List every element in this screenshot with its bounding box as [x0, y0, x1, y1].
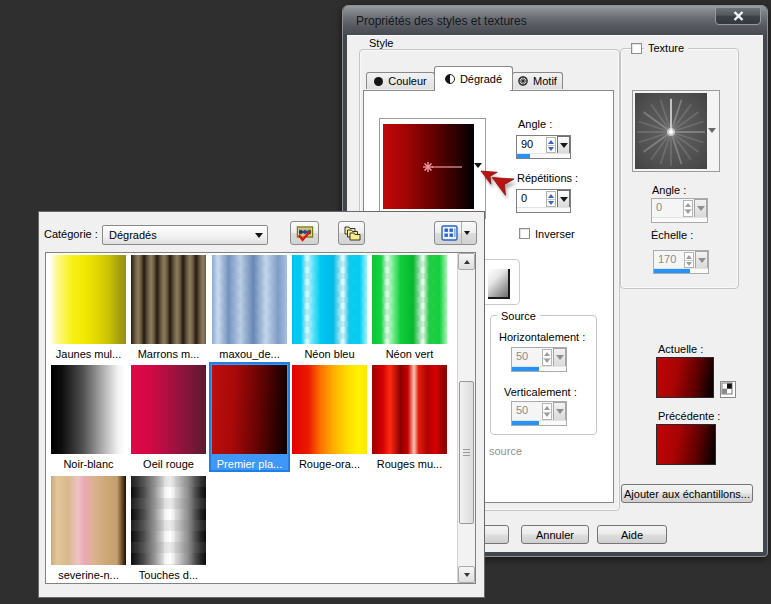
angle-slider-dropdown[interactable]	[557, 136, 570, 154]
gradient-swatch[interactable]	[212, 255, 287, 344]
texture-dropdown-arrow[interactable]	[708, 128, 716, 133]
gradient-swatch[interactable]	[131, 255, 206, 344]
gradient-swatch-label[interactable]: Rouge-ora...	[289, 457, 370, 471]
vertical-spin-down[interactable]	[543, 412, 551, 420]
horizontal-spinner[interactable]: 50	[511, 347, 567, 372]
view-options-dropdown-icon[interactable]	[461, 222, 472, 244]
gradient-list: Jaunes mul...Marrons m...maxou_de...Néon…	[45, 252, 476, 584]
gradient-swatch[interactable]	[292, 365, 367, 454]
checker-swap-icon	[721, 382, 733, 395]
angle-spinner[interactable]: 90	[516, 135, 571, 159]
gradient-swatch[interactable]	[292, 255, 367, 344]
spin-down-icon	[548, 147, 554, 151]
combobox-dropdown-icon[interactable]	[251, 233, 267, 238]
texture-scale-slider-dropdown[interactable]	[695, 251, 708, 269]
texture-scale-value[interactable]: 170	[654, 251, 683, 269]
gradient-swatch[interactable]	[51, 365, 126, 454]
edit-swatch-button[interactable]	[290, 221, 319, 245]
texture-scale-spinner[interactable]: 170	[653, 250, 709, 274]
texture-angle-label: Angle :	[652, 184, 686, 196]
scroll-down-button[interactable]	[458, 566, 475, 583]
add-to-swatches-button[interactable]: Ajouter aux échantillons...	[621, 484, 753, 503]
horizontal-spin-down[interactable]	[543, 358, 551, 366]
close-button[interactable]	[715, 7, 761, 25]
dialog-titlebar[interactable]: Propriétés des styles et textures	[343, 6, 767, 35]
value-meter	[512, 366, 566, 371]
value-meter-fill	[512, 421, 539, 425]
repetitions-spin-down[interactable]	[547, 199, 555, 206]
texture-angle-value[interactable]: 0	[652, 199, 682, 218]
dropdown-arrow-icon	[556, 355, 564, 360]
horizontal-slider-dropdown[interactable]	[553, 348, 566, 367]
scrollbar-grip	[463, 449, 470, 456]
inverser-label[interactable]: Inverser	[535, 228, 575, 240]
spin-buttons	[683, 200, 693, 217]
texture-scale-spin-down[interactable]	[685, 260, 693, 267]
repetitions-slider-dropdown[interactable]	[557, 190, 570, 208]
spin-buttons	[542, 349, 552, 366]
source-group-label: Source	[497, 310, 540, 322]
gradient-swatch-label[interactable]: Oeil rouge	[128, 457, 209, 471]
dropdown-arrow-icon	[560, 197, 568, 202]
vertical-spinner[interactable]: 50	[511, 401, 567, 426]
gradient-swatch[interactable]	[51, 255, 126, 344]
angle-value[interactable]: 90	[517, 136, 545, 154]
gradient-swatch-label[interactable]: Rouges mu...	[369, 457, 450, 471]
scroll-up-icon	[464, 260, 470, 264]
category-combobox[interactable]: Dégradés	[102, 225, 268, 245]
help-button[interactable]: Aide	[597, 525, 667, 544]
tab-couleur[interactable]: Couleur	[366, 72, 435, 89]
gradient-swatch[interactable]	[131, 476, 206, 565]
vertical-slider-dropdown[interactable]	[553, 402, 566, 421]
gradient-swatch[interactable]	[51, 476, 126, 565]
gradient-style-button-pressed[interactable]	[488, 269, 510, 299]
texture-preview[interactable]	[635, 93, 707, 169]
gradient-swatch[interactable]	[212, 365, 287, 454]
vertical-scrollbar[interactable]	[457, 253, 475, 583]
gradient-swatch[interactable]	[131, 365, 206, 454]
spin-up-icon	[544, 406, 550, 410]
repetitions-spinner[interactable]: 0	[516, 189, 571, 213]
gradient-swatch-label[interactable]: Jaunes mul...	[48, 347, 129, 361]
dropdown-arrow-icon	[556, 409, 564, 414]
gradient-swatch-label[interactable]: severine-n...	[48, 568, 129, 582]
tab-motif[interactable]: Motif	[512, 72, 563, 89]
texture-group-label[interactable]: Texture	[644, 42, 688, 54]
horizontal-value[interactable]: 50	[512, 348, 541, 367]
gradient-swatch-label[interactable]: maxou_de...	[209, 347, 290, 361]
vertical-label: Verticalement :	[504, 386, 577, 398]
texture-preview-box[interactable]	[632, 90, 720, 172]
texture-checkbox[interactable]	[631, 43, 642, 54]
gradient-center-marker[interactable]	[383, 124, 474, 209]
gradient-swatch[interactable]	[372, 255, 447, 344]
texture-angle-slider-dropdown[interactable]	[694, 199, 707, 218]
scroll-up-button[interactable]	[458, 253, 475, 270]
texture-angle-spin-down[interactable]	[684, 209, 692, 217]
gradient-swatch-label[interactable]: Noir-blanc	[48, 457, 129, 471]
scrollbar-thumb[interactable]	[459, 381, 474, 524]
swap-checker-button[interactable]	[720, 381, 736, 398]
dropdown-arrow-icon	[697, 206, 705, 211]
value-meter	[654, 268, 708, 273]
cancel-button[interactable]: Annuler	[521, 525, 589, 544]
texture-angle-spinner[interactable]: 0	[651, 198, 708, 223]
tab-degrade[interactable]: Dégradé	[434, 66, 513, 90]
vertical-value[interactable]: 50	[512, 402, 541, 421]
gradient-preview[interactable]	[383, 124, 474, 209]
copy-folders-icon	[343, 224, 361, 242]
gradient-swatch[interactable]	[372, 365, 447, 454]
horizontal-label: Horizontalement :	[499, 331, 585, 343]
scroll-down-icon	[464, 573, 470, 577]
gradient-swatch-label[interactable]: Premier pla...	[209, 457, 290, 471]
gradient-swatch-label[interactable]: Marrons m...	[128, 347, 209, 361]
gradient-preview-box[interactable]	[379, 118, 486, 219]
previous-label: Précédente :	[658, 410, 720, 422]
gradient-swatch-label[interactable]: Touches d...	[128, 568, 209, 582]
browse-files-button[interactable]	[338, 221, 365, 245]
inverser-checkbox[interactable]	[519, 228, 530, 239]
angle-spin-down[interactable]	[547, 145, 555, 152]
view-options-button[interactable]	[434, 221, 477, 245]
gradient-swatch-label[interactable]: Néon vert	[369, 347, 450, 361]
gradient-swatch-label[interactable]: Néon bleu	[289, 347, 370, 361]
spin-buttons	[684, 252, 694, 268]
